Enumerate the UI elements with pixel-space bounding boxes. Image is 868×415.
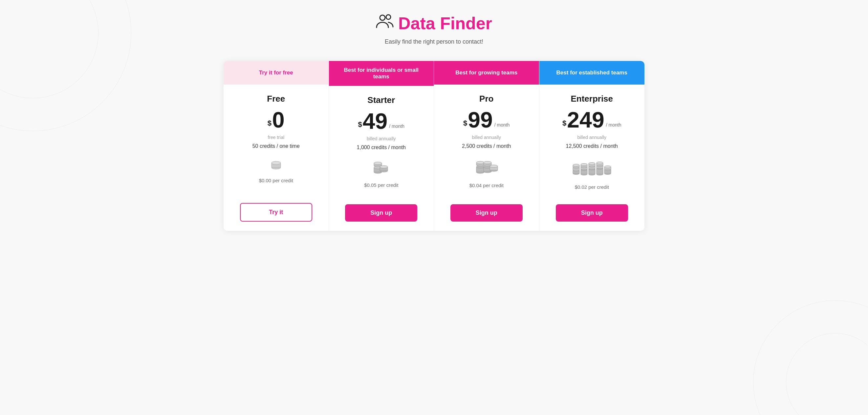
plan-price: $ 99 / month — [463, 108, 510, 131]
plan-header-free: Try it for free — [223, 61, 329, 84]
svg-point-42 — [581, 164, 587, 166]
plan-price: $ 249 / month — [562, 108, 621, 131]
plan-footer-pro: Sign up — [434, 199, 539, 231]
svg-point-56 — [596, 162, 603, 164]
coins-icon — [371, 161, 391, 176]
plan-billing: billed annually — [472, 135, 501, 140]
price-dollar: $ — [268, 119, 272, 128]
plan-header-label: Best for established teams — [556, 69, 627, 76]
plan-card-pro: Best for growing teams Pro $ 99 / month … — [434, 61, 539, 231]
plan-header-label: Best for individuals or small teams — [336, 67, 428, 80]
price-amount: 99 — [468, 108, 493, 131]
plan-header-enterprise: Best for established teams — [539, 61, 645, 84]
price-per-credit: $0.04 per credit — [469, 182, 504, 188]
plan-card-enterprise: Best for established teams Enterprise $ … — [539, 61, 645, 231]
svg-point-1 — [386, 15, 391, 19]
plan-cta-button-starter[interactable]: Sign up — [345, 204, 417, 221]
plan-footer-starter: Sign up — [329, 199, 434, 231]
plan-cta-button-enterprise[interactable]: Sign up — [556, 204, 628, 221]
plan-credits: 2,500 credits / month — [462, 143, 511, 149]
plan-name: Enterprise — [570, 94, 613, 104]
plan-name: Pro — [479, 94, 493, 104]
svg-point-49 — [589, 163, 595, 165]
logo-container: Data Finder — [223, 13, 645, 33]
price-amount: 0 — [272, 108, 285, 131]
price-period: / month — [606, 122, 621, 128]
svg-point-10 — [374, 162, 382, 165]
plan-footer-enterprise: Sign up — [539, 199, 645, 231]
plan-cta-button-free[interactable]: Try it — [240, 203, 312, 221]
plan-card-starter: Best for individuals or small teams Star… — [329, 61, 434, 231]
svg-point-19 — [476, 161, 484, 164]
plan-price: $ 0 — [268, 108, 285, 131]
plan-price: $ 49 / month — [358, 110, 404, 132]
svg-point-4 — [272, 161, 281, 165]
coins-icon — [572, 160, 612, 178]
svg-point-0 — [380, 15, 385, 20]
page-header: Data Finder Easily find the right person… — [223, 13, 645, 45]
price-period: / month — [389, 124, 404, 129]
plan-header-label: Best for growing teams — [455, 69, 517, 76]
plan-body-enterprise: Enterprise $ 249 / month billed annually… — [539, 84, 645, 199]
svg-point-28 — [490, 165, 498, 168]
plan-billing: billed annually — [367, 136, 396, 141]
price-per-credit: $0.02 per credit — [575, 184, 609, 190]
svg-point-61 — [604, 166, 611, 168]
plan-footer-free: Try it — [223, 198, 329, 231]
logo-icon — [376, 13, 394, 33]
plans-grid: Try it for free Free $ 0 free trial 50 c… — [223, 61, 645, 231]
plan-billing: billed annually — [577, 135, 606, 140]
plan-credits: 12,500 credits / month — [566, 143, 618, 149]
page-subtitle: Easily find the right person to contact! — [223, 38, 645, 45]
plan-body-pro: Pro $ 99 / month billed annually 2,500 c… — [434, 84, 539, 199]
price-dollar: $ — [463, 119, 467, 128]
plan-body-starter: Starter $ 49 / month billed annually 1,0… — [329, 86, 434, 199]
plan-billing: free trial — [268, 135, 284, 140]
plan-credits: 1,000 credits / month — [357, 145, 406, 150]
svg-point-13 — [380, 166, 388, 168]
svg-point-25 — [484, 161, 491, 164]
plan-header-pro: Best for growing teams — [434, 61, 539, 84]
price-per-credit: $0.00 per credit — [259, 178, 293, 183]
plan-name: Starter — [367, 95, 395, 105]
plan-credits: 50 credits / one time — [252, 143, 300, 149]
page-title: Data Finder — [398, 13, 492, 33]
price-amount: 249 — [567, 108, 604, 131]
plan-header-starter: Best for individuals or small teams — [329, 61, 434, 86]
price-per-credit: $0.05 per credit — [364, 182, 398, 188]
coins-icon — [270, 160, 283, 171]
price-dollar: $ — [562, 119, 566, 128]
price-amount: 49 — [363, 110, 388, 132]
plan-card-free: Try it for free Free $ 0 free trial 50 c… — [223, 61, 329, 231]
svg-point-35 — [573, 164, 580, 167]
price-period: / month — [494, 122, 510, 128]
plan-cta-button-pro[interactable]: Sign up — [451, 204, 523, 221]
price-dollar: $ — [358, 120, 362, 129]
plan-name: Free — [267, 94, 285, 104]
plan-body-free: Free $ 0 free trial 50 credits / one tim… — [223, 84, 329, 198]
coins-icon — [475, 160, 498, 176]
plan-header-label: Try it for free — [259, 69, 293, 76]
